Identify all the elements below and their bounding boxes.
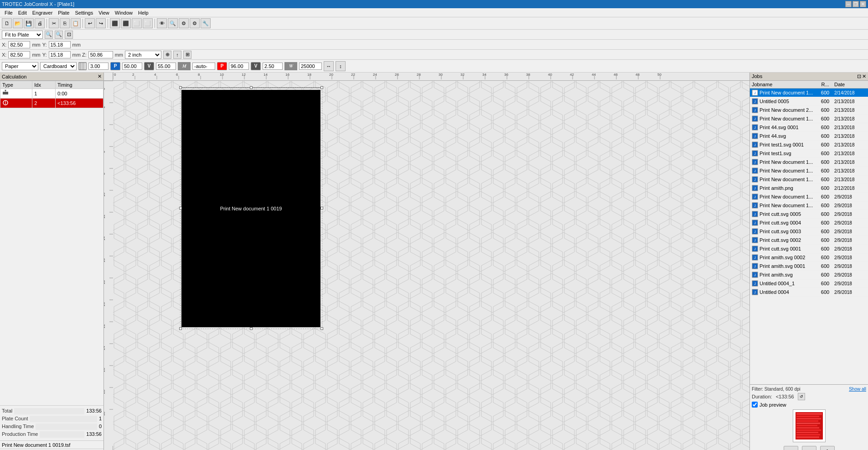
view3-button[interactable]: ⚙ <box>179 18 189 28</box>
job-item[interactable]: J Print test1.svg 600 2/13/2018 <box>750 149 868 158</box>
menu-plate[interactable]: Plate <box>55 9 72 16</box>
job-item[interactable]: J Print New document 1... 600 2/13/2018 <box>750 158 868 167</box>
menu-edit[interactable]: Edit <box>16 9 30 16</box>
view2-button[interactable]: 🔍 <box>168 18 178 28</box>
material-type-dropdown[interactable]: Cardboard Photo <box>40 62 77 70</box>
job-item[interactable]: J Print 44.svg 0001 600 2/13/2018 <box>750 123 868 132</box>
jobs-title: Jobs ⊡ ✕ <box>750 73 868 81</box>
focus-btn-1[interactable]: ⊕ <box>163 51 171 59</box>
minimize-button[interactable]: ─ <box>845 1 852 7</box>
undo-button[interactable]: ↩ <box>85 18 95 28</box>
job-item[interactable]: J Print amith.svg 0001 600 2/9/2018 <box>750 262 868 271</box>
menu-view[interactable]: View <box>96 9 112 16</box>
new-button[interactable]: 🗋 <box>2 18 12 28</box>
job-item[interactable]: J Print cutt.svg 0003 600 2/9/2018 <box>750 227 868 236</box>
align-left-button[interactable]: ⬛ <box>110 18 120 28</box>
settings-button[interactable]: ⚙ <box>190 18 200 28</box>
menu-help[interactable]: Help <box>135 9 151 16</box>
job-item[interactable]: J Print test1.svg 0001 600 2/13/2018 <box>750 141 868 149</box>
zoom-in-button[interactable]: 🔍 <box>45 31 53 39</box>
svg-text:8: 8 <box>104 173 106 175</box>
focus-btn-2[interactable]: ↑ <box>173 51 181 59</box>
stop-button[interactable]: ■ <box>802 446 816 450</box>
vv-value-input[interactable] <box>263 63 283 70</box>
job-icon: J <box>752 272 758 278</box>
menu-settings[interactable]: Settings <box>72 9 96 16</box>
x-input-1[interactable] <box>8 41 30 48</box>
menu-window[interactable]: Window <box>112 9 135 16</box>
job-item[interactable]: J Print cutt.svg 0001 600 2/9/2018 <box>750 245 868 253</box>
close-button[interactable]: ✕ <box>860 1 866 7</box>
settings-button[interactable]: ✱ <box>820 446 835 450</box>
job-name: Print amith.svg 0002 <box>760 255 816 260</box>
open-button[interactable]: 📂 <box>13 18 23 28</box>
show-all-link[interactable]: Show all <box>849 387 866 392</box>
lens-dropdown[interactable]: 2 inch 1.5 inch 2.5 inch <box>125 51 161 59</box>
job-item[interactable]: J Print amith.svg 600 2/9/2018 <box>750 271 868 279</box>
menu-file[interactable]: File <box>2 9 16 16</box>
x-input-2[interactable] <box>8 51 30 58</box>
job-item[interactable]: J Untitled 0004_1 600 2/9/2018 <box>750 279 868 288</box>
job-item[interactable]: J Print New document 1... 600 2/13/2018 <box>750 115 868 123</box>
duration-refresh-btn[interactable]: ↺ <box>798 393 805 400</box>
save-button[interactable]: 💾 <box>24 18 34 28</box>
play-button[interactable]: ▶ <box>784 446 798 450</box>
direction-btn-1[interactable]: ↔ <box>324 61 334 71</box>
material-dropdown[interactable]: Paper Wood Acrylic <box>2 62 38 70</box>
job-item[interactable]: J Print cutt.svg 0004 600 2/9/2018 <box>750 219 868 227</box>
svg-text:24: 24 <box>104 346 106 350</box>
zoom-out-button[interactable]: 🔍 <box>55 31 63 39</box>
svg-text:0: 0 <box>114 73 116 77</box>
print-button[interactable]: 🖨 <box>35 18 45 28</box>
job-item[interactable]: J Untitled 0005 600 2/13/2018 <box>750 97 868 106</box>
job-item[interactable]: J Print New document 1... 600 2/14/2018 <box>750 89 868 97</box>
menu-engraver[interactable]: Engraver <box>30 9 56 16</box>
direction-btn-2[interactable]: ↕ <box>336 61 346 71</box>
job-item[interactable]: J Print amith.png 600 2/12/2018 <box>750 184 868 193</box>
auto-input[interactable] <box>192 63 215 70</box>
view1-button[interactable]: 👁 <box>157 18 167 28</box>
redo-button[interactable]: ↪ <box>96 18 106 28</box>
thickness-input[interactable] <box>88 63 108 70</box>
jobs-close-btn[interactable]: ✕ <box>862 73 866 79</box>
job-item[interactable]: J Print amith.svg 0002 600 2/9/2018 <box>750 253 868 262</box>
svg-text:J: J <box>754 247 756 251</box>
focus-btn-3[interactable]: ⊞ <box>183 51 191 59</box>
job-item[interactable]: J Untitled 0004 600 2/9/2018 <box>750 288 868 297</box>
job-item[interactable]: J Print New document 1... 600 2/13/2018 <box>750 175 868 184</box>
job-item[interactable]: J Print New document 2... 600 2/13/2018 <box>750 106 868 115</box>
align-center-button[interactable]: ⬛ <box>121 18 131 28</box>
job-item[interactable]: J Print cutt.svg 0005 600 2/9/2018 <box>750 210 868 219</box>
paste-button[interactable]: 📋 <box>71 18 81 28</box>
fit-dropdown[interactable]: Fit to Plate <box>2 31 43 39</box>
job-item[interactable]: J Print 44.svg 600 2/13/2018 <box>750 132 868 141</box>
job-preview-checkbox[interactable] <box>752 402 758 408</box>
workspace-rect: Print New document 1 0019 <box>181 90 320 327</box>
copy-button[interactable]: ⎘ <box>60 18 70 28</box>
restore-button[interactable]: ❐ <box>852 1 859 7</box>
job-item[interactable]: J Print New document 1... 600 2/9/2018 <box>750 201 868 210</box>
w-value-input[interactable] <box>299 63 322 70</box>
job-item[interactable]: J Print New document 1... 600 2/9/2018 <box>750 193 868 201</box>
v-value-input[interactable] <box>156 63 176 70</box>
zoom-fit-button[interactable]: ⊡ <box>65 31 73 39</box>
jobs-list[interactable]: J Print New document 1... 600 2/14/2018 … <box>750 89 868 384</box>
cut-button[interactable]: ✂ <box>49 18 59 28</box>
tools-button[interactable]: 🔧 <box>201 18 211 28</box>
y-input-2[interactable] <box>49 51 71 58</box>
calculation-close[interactable]: ✕ <box>98 73 102 79</box>
p-value-input[interactable] <box>122 63 142 70</box>
z-input[interactable] <box>88 51 113 58</box>
jobs-float-btn[interactable]: ⊡ <box>857 73 861 79</box>
svg-rect-149 <box>796 416 819 417</box>
job-name: Print cutt.svg 0003 <box>760 229 816 234</box>
hex-canvas[interactable]: ← → Print New document 1 0019 <box>113 81 749 450</box>
f-value-input[interactable] <box>229 63 249 70</box>
group-button[interactable]: ⬜ <box>132 18 142 28</box>
y-input-1[interactable] <box>49 41 71 48</box>
col-type: Type <box>0 81 32 89</box>
job-item[interactable]: J Print New document 1... 600 2/13/2018 <box>750 167 868 175</box>
job-item[interactable]: J Print cutt.svg 0002 600 2/9/2018 <box>750 236 868 245</box>
stat-total: Total 133:56 <box>2 408 102 415</box>
ungroup-button[interactable]: ⬜ <box>143 18 153 28</box>
